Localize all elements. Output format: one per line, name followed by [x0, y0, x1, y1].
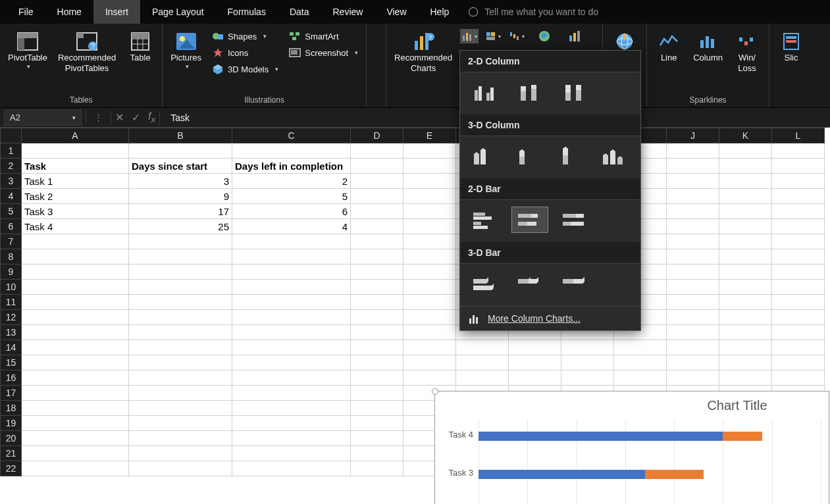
- cell-K13[interactable]: [719, 325, 772, 340]
- cell-E5[interactable]: [403, 204, 456, 219]
- cell-C15[interactable]: [232, 355, 351, 370]
- cell-G15[interactable]: [509, 355, 561, 370]
- cell-A11[interactable]: [22, 295, 129, 310]
- row-header-4[interactable]: 4: [1, 189, 22, 204]
- cell-C2[interactable]: Days left in completion: [232, 159, 351, 174]
- cell-C16[interactable]: [232, 370, 351, 386]
- chart-option-100-stacked-column[interactable]: [556, 79, 593, 105]
- cell-B10[interactable]: [129, 280, 232, 295]
- cell-A7[interactable]: [22, 234, 129, 249]
- screenshot-button[interactable]: Screenshot: [286, 45, 361, 60]
- cell-A9[interactable]: [22, 265, 129, 280]
- cell-K16[interactable]: [719, 370, 772, 386]
- cell-K11[interactable]: [719, 295, 772, 310]
- cell-K10[interactable]: [719, 280, 772, 295]
- shapes-button[interactable]: Shapes: [209, 29, 281, 43]
- cell-C11[interactable]: [232, 295, 351, 310]
- cell-D8[interactable]: [351, 249, 403, 265]
- cell-F15[interactable]: [456, 355, 509, 370]
- row-header-14[interactable]: 14: [1, 340, 22, 355]
- cell-A12[interactable]: [22, 310, 129, 325]
- cell-B3[interactable]: 3: [129, 174, 232, 189]
- cell-I15[interactable]: [614, 355, 667, 370]
- cell-K8[interactable]: [719, 249, 772, 265]
- cell-A3[interactable]: Task 1: [22, 174, 129, 189]
- cell-C14[interactable]: [232, 340, 351, 355]
- cell-C8[interactable]: [232, 249, 351, 265]
- cell-J5[interactable]: [667, 204, 719, 219]
- cell-A5[interactable]: Task 3: [22, 204, 129, 219]
- cell-L15[interactable]: [772, 355, 825, 370]
- chart-option-3d-100-stacked-column[interactable]: [554, 143, 590, 169]
- cell-A16[interactable]: [22, 370, 129, 386]
- chart-option-clustered-column[interactable]: [467, 79, 504, 105]
- cell-B2[interactable]: Days since start: [129, 159, 232, 174]
- row-header-15[interactable]: 15: [1, 355, 22, 370]
- cell-C3[interactable]: 2: [232, 174, 351, 189]
- cell-E13[interactable]: [403, 325, 456, 340]
- col-header-B[interactable]: B: [129, 128, 232, 143]
- cell-E16[interactable]: [403, 370, 456, 386]
- row-header-19[interactable]: 19: [1, 416, 22, 431]
- waterfall-chart-button[interactable]: ▾: [507, 29, 526, 43]
- cell-J13[interactable]: [667, 325, 719, 340]
- row-header-17[interactable]: 17: [1, 386, 22, 401]
- cell-C10[interactable]: [232, 280, 351, 295]
- cell-A13[interactable]: [22, 325, 129, 340]
- cell-D16[interactable]: [351, 370, 403, 386]
- cell-J7[interactable]: [667, 234, 719, 249]
- cell-E3[interactable]: [403, 174, 456, 189]
- chart-option-clustered-bar[interactable]: [467, 207, 504, 233]
- more-column-charts-link[interactable]: More Column Charts...: [460, 306, 640, 330]
- cell-A14[interactable]: [22, 340, 129, 355]
- cell-C13[interactable]: [232, 325, 351, 340]
- chart-option-3d-100-stacked-bar[interactable]: [556, 270, 593, 297]
- chart-option-stacked-column[interactable]: [511, 79, 548, 105]
- cell-D9[interactable]: [351, 265, 403, 280]
- row-header-22[interactable]: 22: [1, 461, 22, 476]
- cell-D15[interactable]: [351, 355, 403, 370]
- sparkline-winloss-button[interactable]: Win/ Loss: [731, 29, 764, 76]
- name-box-menu[interactable]: ⋮: [90, 113, 107, 122]
- chart-option-3d-clustered-column[interactable]: [467, 143, 503, 169]
- cell-D12[interactable]: [351, 310, 403, 325]
- col-header-K[interactable]: K: [719, 128, 772, 143]
- sparkline-line-button[interactable]: Line: [652, 29, 685, 64]
- cell-E4[interactable]: [403, 189, 456, 204]
- cancel-formula-button[interactable]: ✕: [115, 111, 124, 124]
- cell-K3[interactable]: [719, 174, 772, 189]
- cell-D21[interactable]: [351, 446, 403, 461]
- cell-D7[interactable]: [351, 234, 403, 249]
- cell-C18[interactable]: [232, 401, 351, 416]
- cell-L2[interactable]: [772, 159, 825, 174]
- cell-E11[interactable]: [403, 295, 456, 310]
- cell-B6[interactable]: 25: [129, 219, 232, 234]
- cell-J15[interactable]: [667, 355, 719, 370]
- slicer-button[interactable]: Slic: [775, 29, 808, 64]
- cell-B7[interactable]: [129, 234, 232, 249]
- table-button[interactable]: Table: [124, 29, 157, 64]
- cell-D17[interactable]: [351, 386, 403, 401]
- tab-formulas[interactable]: Formulas: [216, 0, 278, 24]
- cell-E8[interactable]: [403, 249, 456, 265]
- cell-J1[interactable]: [667, 143, 719, 159]
- cell-J11[interactable]: [667, 295, 719, 310]
- tab-view[interactable]: View: [375, 0, 418, 24]
- cell-K5[interactable]: [719, 204, 772, 219]
- cell-A17[interactable]: [22, 386, 129, 401]
- fx-button[interactable]: fx: [148, 111, 155, 124]
- cell-J16[interactable]: [667, 370, 719, 386]
- chart-bar-Task 3[interactable]: [479, 470, 704, 479]
- cell-E1[interactable]: [403, 143, 456, 159]
- cell-B1[interactable]: [129, 143, 232, 159]
- cell-J8[interactable]: [667, 249, 719, 265]
- tab-data[interactable]: Data: [278, 0, 321, 24]
- chart-option-3d-stacked-bar[interactable]: [511, 270, 548, 297]
- cell-J2[interactable]: [667, 159, 719, 174]
- cell-F16[interactable]: [456, 370, 509, 386]
- cell-L14[interactable]: [772, 340, 825, 355]
- cell-L7[interactable]: [772, 234, 825, 249]
- cell-A6[interactable]: Task 4: [22, 219, 129, 234]
- cell-A2[interactable]: Task: [22, 159, 129, 174]
- cell-E6[interactable]: [403, 219, 456, 234]
